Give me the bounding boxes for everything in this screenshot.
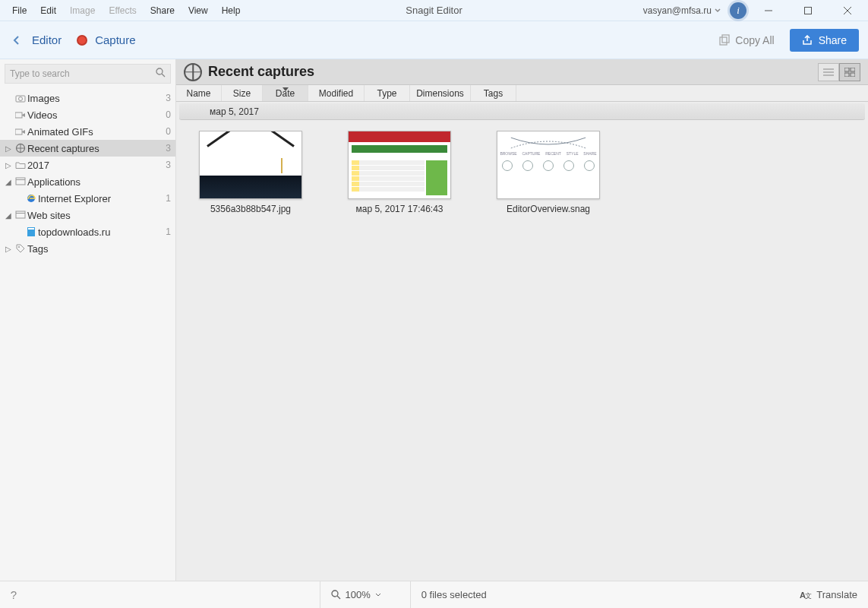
site-icon — [24, 226, 38, 237]
chevron-down-icon — [715, 8, 721, 14]
menu-edit[interactable]: Edit — [34, 2, 62, 19]
svg-point-6 — [156, 68, 163, 74]
tree-count: 0 — [166, 109, 171, 120]
info-icon[interactable]: i — [730, 2, 746, 19]
svg-rect-28 — [844, 73, 849, 77]
list-view-button[interactable] — [818, 63, 839, 81]
back-button[interactable] — [9, 33, 24, 48]
column-size[interactable]: Size — [222, 85, 263, 101]
date-group-label: мар 5, 2017 — [210, 106, 259, 117]
ie-icon — [24, 193, 38, 204]
tree-item-videos[interactable]: Videos0 — [0, 106, 175, 123]
svg-point-9 — [19, 97, 23, 100]
editor-mode-label[interactable]: Editor — [32, 33, 62, 46]
translate-label: Translate — [816, 589, 857, 600]
expand-icon[interactable]: ▷ — [3, 161, 14, 169]
column-tags[interactable]: Tags — [471, 85, 516, 101]
tree-item-animated-gifs[interactable]: Animated GIFs0 — [0, 123, 175, 140]
tree-item-applications[interactable]: ◢Applications — [0, 173, 175, 190]
column-header: NameSizeDateModifiedTypeDimensionsTags — [176, 85, 868, 102]
thumbnail[interactable]: 5356a3b88b547.jpg — [197, 131, 304, 214]
user-email[interactable]: vasyan@mfsa.ru — [643, 5, 725, 16]
main-title: Recent captures — [208, 64, 314, 80]
view-toggle — [818, 63, 860, 81]
zoom-control[interactable]: 100% — [320, 581, 392, 609]
copy-all-button[interactable]: Copy All — [711, 30, 781, 51]
menu-share[interactable]: Share — [144, 2, 181, 19]
statusbar: ? 100% 0 files selected A文 Translate — [0, 581, 868, 608]
menu-file[interactable]: File — [6, 2, 33, 19]
maximize-button[interactable] — [791, 0, 825, 21]
tree-count: 1 — [166, 193, 171, 204]
column-dimensions[interactable]: Dimensions — [410, 85, 471, 101]
tree-count: 3 — [166, 143, 171, 154]
menu-view[interactable]: View — [182, 2, 214, 19]
date-group[interactable]: мар 5, 2017 — [179, 103, 865, 120]
column-modified[interactable]: Modified — [308, 85, 365, 101]
column-name[interactable]: Name — [176, 85, 222, 101]
share-button[interactable]: Share — [790, 29, 859, 52]
tree-label: Internet Explorer — [38, 193, 166, 204]
tree-label: Images — [27, 93, 166, 104]
help-button[interactable]: ? — [0, 588, 27, 601]
menu-image: Image — [64, 2, 101, 19]
expand-icon[interactable]: ▷ — [3, 144, 14, 153]
titlebar: FileEditImageEffectsShareViewHelp Snagit… — [0, 0, 868, 21]
search-input[interactable] — [10, 68, 156, 79]
tree-item-topdownloads.ru[interactable]: topdownloads.ru1 — [0, 223, 175, 240]
svg-rect-10 — [15, 112, 22, 118]
selection-text: 0 files selected — [421, 589, 487, 600]
tree-item-images[interactable]: Images3 — [0, 90, 175, 106]
globe-icon — [184, 63, 202, 81]
menu-effects: Effects — [103, 2, 142, 19]
tree-item-web-sites[interactable]: ◢Web sites — [0, 207, 175, 223]
expand-icon[interactable]: ◢ — [3, 178, 14, 186]
thumbnail[interactable]: BROWSECAPTURERECENTSTYLESHAREEditorOverv… — [495, 131, 601, 214]
grid-view-button[interactable] — [839, 63, 860, 81]
expand-icon[interactable]: ◢ — [3, 211, 14, 220]
svg-rect-27 — [851, 68, 855, 71]
minimize-button[interactable] — [751, 0, 786, 21]
thumbnail-caption: 5356a3b88b547.jpg — [210, 204, 291, 214]
tree-label: Web sites — [27, 210, 171, 221]
share-icon — [802, 35, 813, 46]
capture-mode-label[interactable]: Capture — [95, 33, 135, 46]
tag-icon — [14, 243, 27, 254]
folder-icon — [14, 161, 27, 169]
app-icon — [14, 177, 27, 186]
tree-item-recent-captures[interactable]: ▷Recent captures3 — [0, 140, 175, 157]
tree-count: 0 — [166, 126, 171, 137]
svg-text:文: 文 — [805, 592, 812, 600]
globe-icon — [14, 143, 27, 154]
svg-rect-4 — [720, 37, 727, 45]
column-type[interactable]: Type — [365, 85, 410, 101]
search-icon[interactable] — [156, 68, 166, 80]
tree-item-2017[interactable]: ▷20173 — [0, 157, 175, 173]
app-title: Snagit Editor — [406, 5, 462, 16]
svg-rect-21 — [28, 228, 34, 230]
translate-button[interactable]: A文 Translate — [789, 589, 868, 600]
tree-item-tags[interactable]: ▷Tags — [0, 240, 175, 257]
tree-count: 1 — [166, 226, 171, 237]
tree-label: Animated GIFs — [27, 126, 166, 138]
svg-rect-11 — [15, 129, 22, 135]
svg-line-7 — [162, 74, 165, 77]
thumbnail[interactable]: мар 5, 2017 17:46:43 — [346, 131, 453, 214]
close-button[interactable] — [830, 0, 865, 21]
svg-point-22 — [18, 246, 20, 248]
column-date[interactable]: Date — [263, 85, 308, 101]
camera-icon — [14, 94, 27, 103]
svg-rect-15 — [16, 178, 25, 185]
menu-help[interactable]: Help — [216, 2, 247, 19]
svg-rect-5 — [722, 35, 729, 43]
tree-label: topdownloads.ru — [38, 226, 166, 238]
svg-line-31 — [337, 596, 340, 599]
svg-rect-1 — [805, 7, 812, 14]
expand-icon[interactable]: ▷ — [3, 245, 14, 253]
copy-icon — [718, 34, 731, 46]
search-box[interactable] — [5, 64, 171, 84]
tree-item-internet-explorer[interactable]: Internet Explorer1 — [0, 190, 175, 207]
share-label: Share — [819, 34, 847, 46]
tree-count: 3 — [166, 93, 171, 103]
tree-label: 2017 — [27, 160, 166, 171]
